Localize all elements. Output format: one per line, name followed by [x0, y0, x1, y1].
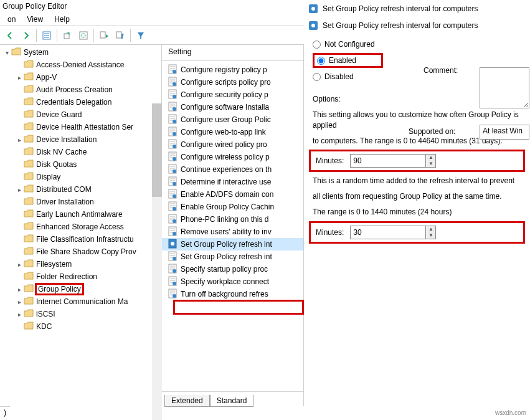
- minutes-1-input[interactable]: [351, 155, 425, 167]
- tree-item[interactable]: File Share Shadow Copy Prov: [2, 246, 161, 258]
- radio-enabled[interactable]: [317, 57, 325, 65]
- tree-pane[interactable]: ▾SystemAccess-Denied Assistance▸App-VAud…: [0, 45, 162, 406]
- tree-item[interactable]: Credentials Delegation: [2, 96, 161, 108]
- menu-on[interactable]: on: [2, 14, 21, 25]
- settings-list[interactable]: Configure registry policy pConfigure scr…: [162, 61, 303, 391]
- setting-item[interactable]: Specify workplace connect: [162, 275, 303, 288]
- expand-icon[interactable]: ▾: [2, 49, 11, 56]
- radio-enabled-row[interactable]: Enabled: [313, 53, 383, 68]
- radio-not-configured-row[interactable]: Not Configured: [313, 36, 521, 52]
- setting-item[interactable]: Configure web-to-app link: [162, 126, 303, 138]
- folder-icon: [24, 234, 34, 245]
- export-icon[interactable]: [60, 28, 75, 43]
- chevron-down-icon[interactable]: ▼: [426, 161, 435, 167]
- settings-header[interactable]: Setting: [162, 45, 303, 61]
- policy-dialog: Set Group Policy refresh interval for co…: [304, 0, 530, 420]
- tree-item[interactable]: ▸Distributed COM: [2, 183, 161, 196]
- tree-item[interactable]: Folder Redirection: [2, 270, 161, 283]
- tree-item[interactable]: Disk NV Cache: [2, 146, 161, 158]
- chevron-up-icon[interactable]: ▲: [426, 155, 435, 161]
- tab-standard[interactable]: Standard: [210, 395, 254, 407]
- chevron-down-icon[interactable]: ▼: [426, 232, 435, 239]
- tree-item[interactable]: Device Guard: [2, 108, 161, 121]
- tree-item[interactable]: Audit Process Creation: [2, 84, 161, 96]
- svg-point-102: [311, 7, 315, 11]
- menu-help[interactable]: Help: [49, 14, 75, 25]
- setting-item[interactable]: Configure wireless policy p: [162, 151, 303, 163]
- setting-item[interactable]: Turn off background refres: [162, 288, 303, 300]
- radio-disabled[interactable]: [313, 73, 321, 81]
- folder-icon: [24, 284, 34, 295]
- tree-item[interactable]: KDC: [2, 320, 161, 333]
- tree-item-label: Group Policy: [35, 283, 84, 295]
- minutes-2-row: Minutes: ▲▼: [309, 221, 525, 244]
- supported-on-label: Supported on:: [409, 127, 455, 136]
- dialog-title-bar[interactable]: Set Group Policy refresh interval for co…: [304, 0, 530, 17]
- arrow-left-icon[interactable]: [2, 28, 17, 43]
- menu-view[interactable]: View: [22, 14, 48, 25]
- minutes-2-input[interactable]: [351, 226, 425, 239]
- tree-item[interactable]: ▸iSCSI: [2, 308, 161, 320]
- tree-item[interactable]: Display: [2, 171, 161, 183]
- setting-item[interactable]: Configure scripts policy pro: [162, 76, 303, 88]
- setting-item[interactable]: Set Group Policy refresh int: [162, 238, 303, 251]
- tree-item-label: Enhanced Storage Access: [36, 222, 124, 231]
- list-view-icon[interactable]: [39, 28, 54, 43]
- setting-item[interactable]: Configure wired policy pro: [162, 138, 303, 151]
- tree-item[interactable]: ▸Group Policy: [2, 283, 161, 295]
- radio-not-configured[interactable]: [313, 41, 321, 49]
- expand-icon[interactable]: ▸: [15, 74, 24, 81]
- expand-icon[interactable]: ▸: [15, 286, 24, 293]
- setting-item[interactable]: Configure security policy p: [162, 88, 303, 101]
- filter-options-icon[interactable]: [113, 28, 128, 43]
- refresh-icon[interactable]: [76, 28, 91, 43]
- filter-run-icon[interactable]: [97, 28, 111, 43]
- scrollbar-thumb[interactable]: [152, 103, 162, 197]
- tab-extended[interactable]: Extended: [164, 395, 210, 407]
- tree-item[interactable]: Enhanced Storage Access: [2, 221, 161, 233]
- folder-icon: [24, 222, 34, 232]
- setting-item[interactable]: Configure software Installa: [162, 101, 303, 113]
- folder-icon: [24, 209, 34, 220]
- spin-buttons[interactable]: ▲▼: [425, 226, 435, 239]
- minutes-2-spinbox[interactable]: ▲▼: [350, 226, 436, 239]
- setting-item[interactable]: Continue experiences on th: [162, 163, 303, 176]
- expand-icon[interactable]: ▸: [15, 298, 24, 305]
- tree-item-label: App-V: [36, 73, 57, 82]
- spin-buttons[interactable]: ▲▼: [425, 155, 435, 167]
- expand-icon[interactable]: ▸: [15, 186, 24, 193]
- tree-item[interactable]: Access-Denied Assistance: [2, 59, 161, 71]
- setting-item[interactable]: Specify startup policy proc: [162, 263, 303, 275]
- setting-item[interactable]: Set Group Policy refresh int: [162, 251, 303, 263]
- tree-item[interactable]: ▸Filesystem: [2, 258, 161, 270]
- minutes-1-spinbox[interactable]: ▲▼: [350, 154, 436, 168]
- policy-icon: [168, 226, 177, 238]
- chevron-up-icon[interactable]: ▲: [426, 226, 435, 232]
- tree-item[interactable]: ▸App-V: [2, 71, 161, 84]
- comment-textarea[interactable]: [480, 67, 529, 108]
- setting-item[interactable]: Determine if interactive use: [162, 176, 303, 188]
- setting-item[interactable]: Configure registry policy p: [162, 64, 303, 76]
- setting-item[interactable]: Enable Group Policy Cachin: [162, 201, 303, 213]
- setting-item[interactable]: Remove users' ability to inv: [162, 226, 303, 238]
- expand-icon[interactable]: ▸: [15, 311, 24, 318]
- expand-icon[interactable]: ▸: [15, 261, 24, 268]
- expand-icon[interactable]: ▸: [15, 136, 24, 143]
- policy-icon: [168, 64, 177, 76]
- policy-icon: [168, 139, 177, 151]
- tree-item[interactable]: ▾System: [2, 46, 161, 59]
- setting-item[interactable]: Enable AD/DFS domain con: [162, 188, 303, 201]
- tree-item[interactable]: ▸Device Installation: [2, 133, 161, 146]
- tree-item[interactable]: Device Health Attestation Ser: [2, 121, 161, 133]
- tree-item[interactable]: Disk Quotas: [2, 158, 161, 171]
- tree-item[interactable]: Driver Installation: [2, 196, 161, 208]
- setting-item[interactable]: Configure user Group Polic: [162, 113, 303, 126]
- tree-item[interactable]: File Classification Infrastructu: [2, 233, 161, 246]
- scrollbar[interactable]: [152, 103, 162, 420]
- funnel-icon[interactable]: [133, 28, 148, 43]
- tree-item[interactable]: Early Launch Antimalware: [2, 208, 161, 221]
- tree-item[interactable]: ▸Internet Communication Ma: [2, 295, 161, 308]
- setting-item[interactable]: Phone-PC linking on this d: [162, 213, 303, 226]
- arrow-right-icon[interactable]: [19, 28, 34, 43]
- dialog-header: Set Group Policy refresh interval for co…: [304, 17, 530, 36]
